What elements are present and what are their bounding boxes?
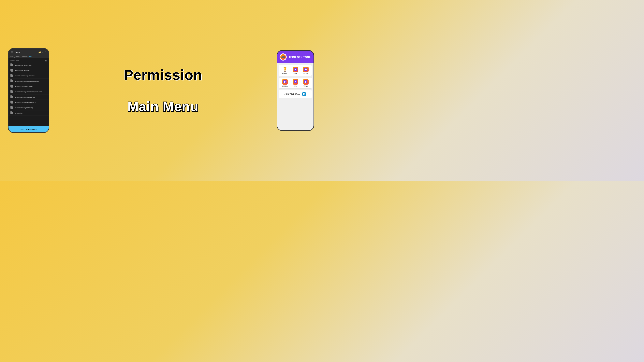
breadcrumb: ROG_Phone3 › Android › data <box>8 55 49 58</box>
app-logo: 🎮 <box>280 53 287 60</box>
folder-icon <box>10 85 13 87</box>
global-icon <box>303 67 308 72</box>
taiwan-icon <box>303 79 308 85</box>
korea-label: KOREA. <box>282 85 288 87</box>
bgm-label: BGM. <box>294 73 297 74</box>
telegram-label: JOIN TELEGRAM <box>284 93 300 95</box>
file-name: android.qvaoverlay.common <box>15 75 34 77</box>
taiwan-label: TAIWA. <box>304 85 308 87</box>
telegram-button[interactable]: JOIN TELEGRAM <box>279 90 312 98</box>
list-item[interactable]: android.overlay.common <box>8 62 49 68</box>
breadcrumb-current[interactable]: data <box>29 56 32 57</box>
list-item[interactable]: asusims.overlay.connectivity.resources <box>8 89 49 94</box>
menu-item-global[interactable]: GLOBA. <box>301 67 310 74</box>
list-item[interactable]: asusims.overlay.common <box>8 84 49 89</box>
folder-icon <box>10 74 13 77</box>
breadcrumb-root[interactable]: ROG_Phone3 <box>10 56 20 57</box>
permission-text: Permission <box>124 67 202 83</box>
folder-icon <box>10 112 13 114</box>
menu-item-vn[interactable]: VN. <box>291 79 300 87</box>
grid-view-icon[interactable]: ⊞ <box>45 59 47 62</box>
list-item[interactable]: android.qvaoverlay.common <box>8 73 49 78</box>
list-item[interactable]: bin.mt.plus <box>8 110 49 116</box>
folder-icon <box>10 106 13 109</box>
folder-icon <box>10 64 13 66</box>
list-item[interactable]: asusims.overlay.networkstack <box>8 100 49 105</box>
file-name: asusims.overlay.aosp.documentsui <box>15 80 39 82</box>
folder-icon <box>10 96 13 98</box>
files-in-text: Files in data <box>10 60 19 61</box>
list-item[interactable]: android.overlay.target <box>8 68 49 73</box>
header-actions: 📁 ≡ ⋮ <box>38 51 47 54</box>
breadcrumb-middle[interactable]: Android <box>22 56 28 57</box>
folder-title: data <box>14 51 37 54</box>
list-item[interactable]: asusims.overlay.documentsui <box>8 94 49 100</box>
more-icon[interactable]: ⋮ <box>44 51 47 54</box>
sort-icon[interactable]: ≡ <box>42 51 44 54</box>
file-name: android.overlay.target <box>15 70 30 71</box>
add-folder-icon[interactable]: 📁 <box>38 51 41 54</box>
folder-icon <box>10 90 13 93</box>
folder-icon <box>10 80 13 82</box>
menu-item-bgm[interactable]: BGM. <box>291 67 300 74</box>
file-name: asusims.overlay.tethering <box>15 107 32 109</box>
menu-row-2: KOREA. VN. TAIWA. <box>279 77 312 88</box>
list-item[interactable]: asusims.overlay.tethering <box>8 105 49 110</box>
file-name: asusims.overlay.connectivity.resources <box>15 91 42 93</box>
file-manager-screen: ☰ data 📁 ≡ ⋮ ROG_Phone3 › Android › data… <box>8 49 49 132</box>
list-item[interactable]: asusims.overlay.aosp.documentsui <box>8 78 49 84</box>
folder-icon <box>10 101 13 103</box>
file-manager-header: ☰ data 📁 ≡ ⋮ <box>8 49 49 55</box>
right-phone: 🎮 TECH GFX TOOL 🏆 GAMES. BGM. <box>276 50 314 131</box>
file-list: android.overlay.common android.overlay.t… <box>8 62 49 126</box>
left-phone: ☰ data 📁 ≡ ⋮ ROG_Phone3 › Android › data… <box>8 48 49 133</box>
main-menu-text: Main Menu <box>128 99 198 114</box>
file-name: asusims.overlay.networkstack <box>15 101 36 103</box>
app-title: TECH GFX TOOL <box>289 56 311 58</box>
global-label: GLOBA. <box>303 73 308 74</box>
vn-label: VN. <box>294 85 296 87</box>
telegram-icon <box>302 92 306 96</box>
folder-icon <box>10 69 13 71</box>
app-logo-inner: 🎮 <box>280 54 286 60</box>
games-icon: 🏆 <box>282 67 288 72</box>
files-in-label: Files in data ⊞ <box>8 58 49 62</box>
menu-item-games[interactable]: 🏆 GAMES. <box>280 67 290 74</box>
file-name: android.overlay.common <box>15 64 32 66</box>
bgm-icon <box>292 67 298 72</box>
app-body: 🏆 GAMES. BGM. G <box>277 63 314 130</box>
games-label: GAMES. <box>282 73 288 74</box>
file-name: asusims.overlay.common <box>15 86 32 87</box>
vn-icon <box>292 79 298 85</box>
cube-icon: 🎮 <box>281 55 285 59</box>
menu-item-taiwan[interactable]: TAIWA. <box>301 79 310 87</box>
korea-icon <box>282 79 288 85</box>
hamburger-icon[interactable]: ☰ <box>10 51 13 54</box>
menu-row-1: 🏆 GAMES. BGM. G <box>279 65 312 76</box>
file-name: asusims.overlay.documentsui <box>15 96 35 98</box>
center-overlay: Permission Main Menu <box>49 67 276 114</box>
app-header: 🎮 TECH GFX TOOL <box>277 51 314 63</box>
file-name: bin.mt.plus <box>15 112 22 114</box>
use-folder-button[interactable]: USE THIS FOLDER <box>8 126 49 132</box>
breadcrumb-sep2: › <box>28 56 29 57</box>
menu-item-korea[interactable]: KOREA. <box>280 79 290 87</box>
breadcrumb-sep1: › <box>21 56 22 57</box>
